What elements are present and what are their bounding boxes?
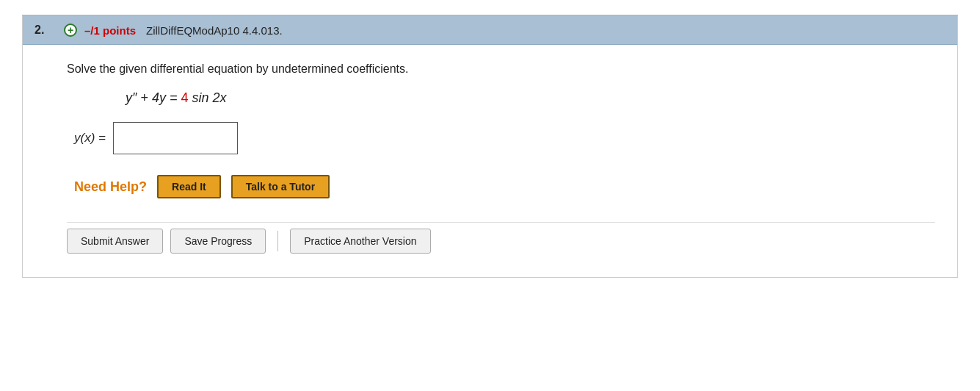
equation-number: 4 bbox=[181, 90, 188, 105]
save-progress-button[interactable]: Save Progress bbox=[170, 229, 266, 254]
talk-to-tutor-button[interactable]: Talk to a Tutor bbox=[231, 175, 330, 198]
problem-id: ZillDiffEQModAp10 4.4.013. bbox=[146, 24, 283, 37]
equation-suffix: sin 2x bbox=[188, 90, 226, 105]
need-help-label: Need Help? bbox=[74, 179, 147, 195]
problem-text: Solve the given differential equation by… bbox=[67, 62, 935, 76]
practice-another-version-button[interactable]: Practice Another Version bbox=[290, 229, 430, 254]
equation-prefix: y″ + 4y = bbox=[126, 90, 181, 105]
answer-input[interactable] bbox=[113, 122, 238, 154]
help-row: Need Help? Read It Talk to a Tutor bbox=[74, 175, 935, 198]
answer-row: y(x) = bbox=[74, 122, 935, 154]
divider bbox=[277, 231, 278, 251]
page-wrapper: 2. + –/1 points ZillDiffEQModAp10 4.4.01… bbox=[0, 0, 980, 293]
points-label: –/1 points bbox=[84, 24, 136, 37]
question-body: Solve the given differential equation by… bbox=[23, 45, 957, 277]
plus-icon: + bbox=[64, 24, 77, 37]
answer-label: y(x) = bbox=[74, 131, 106, 146]
question-block: 2. + –/1 points ZillDiffEQModAp10 4.4.01… bbox=[22, 15, 958, 278]
equation-display: y″ + 4y = 4 sin 2x bbox=[126, 90, 935, 106]
question-number: 2. bbox=[35, 24, 57, 37]
read-it-button[interactable]: Read It bbox=[157, 175, 221, 198]
action-row: Submit Answer Save Progress Practice Ano… bbox=[67, 222, 935, 262]
submit-answer-button[interactable]: Submit Answer bbox=[67, 229, 163, 254]
question-header: 2. + –/1 points ZillDiffEQModAp10 4.4.01… bbox=[23, 16, 957, 45]
